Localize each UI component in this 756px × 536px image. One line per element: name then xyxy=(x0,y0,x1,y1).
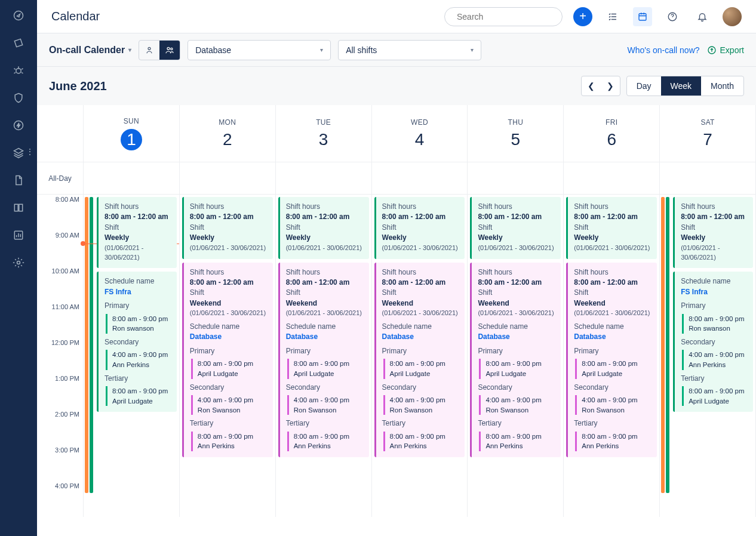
schedule-link[interactable]: Database xyxy=(286,332,364,342)
nav-book-icon[interactable] xyxy=(11,201,26,215)
nav-shield-icon[interactable] xyxy=(11,91,26,105)
event-sliver[interactable] xyxy=(661,197,665,493)
value-shift-name: Weekly xyxy=(286,233,364,243)
shift-card-infra[interactable]: Schedule name FS Infra Primary 8:00 am -… xyxy=(97,272,177,412)
day-column[interactable]: Shift hours 8:00 am - 12:00 am Shift Wee… xyxy=(564,195,660,517)
nav-bolt-icon[interactable] xyxy=(11,118,26,133)
nav-bug-icon[interactable] xyxy=(11,63,26,78)
nav-layers-icon[interactable] xyxy=(11,146,26,160)
nav-doc-icon[interactable] xyxy=(11,173,26,187)
single-person-toggle[interactable] xyxy=(139,41,159,60)
allday-cell[interactable] xyxy=(564,162,659,195)
label-shift: Shift xyxy=(478,288,556,298)
range-toggle: Day Week Month xyxy=(626,76,744,96)
calendar-scroll[interactable]: SUN 1 MON 2 TUE 3 WED 4 THU 5 FRI 6 SAT … xyxy=(37,105,756,536)
time-tick: 9:00 AM xyxy=(37,230,83,266)
shift-card-weekly[interactable]: Shift hours 8:00 am - 12:00 am Shift Wee… xyxy=(278,197,369,259)
person-time: 8:00 am - 9:00 pm xyxy=(689,314,748,324)
svg-point-1 xyxy=(16,69,21,73)
person-time: 8:00 am - 9:00 pm xyxy=(582,432,652,442)
day-header[interactable]: TUE 3 xyxy=(276,105,372,162)
shift-card-infra[interactable]: Schedule name FS Infra Primary 8:00 am -… xyxy=(673,272,753,412)
oncall-now-link[interactable]: Who's on-call now? xyxy=(628,45,700,55)
label-secondary: Secondary xyxy=(478,383,556,393)
schedule-link[interactable]: Database xyxy=(574,332,652,342)
range-month[interactable]: Month xyxy=(701,76,743,96)
nav-settings-icon[interactable] xyxy=(11,255,26,270)
day-column[interactable]: Shift hours 8:00 am - 12:00 am Shift Wee… xyxy=(660,195,756,517)
allday-cell[interactable] xyxy=(468,162,563,195)
day-header[interactable]: MON 2 xyxy=(180,105,276,162)
bell-icon[interactable] xyxy=(693,7,712,26)
shift-card-database[interactable]: Shift hours 8:00 am - 12:00 am Shift Wee… xyxy=(470,263,561,457)
topbar: Calendar + xyxy=(37,0,756,33)
team-select[interactable]: Database ▾ xyxy=(188,40,331,60)
day-header[interactable]: FRI 6 xyxy=(564,105,660,162)
shift-card-weekly[interactable]: Shift hours 8:00 am - 12:00 am Shift Wee… xyxy=(182,197,273,259)
schedule-link[interactable]: Database xyxy=(190,332,268,342)
day-column[interactable]: Shift hours 8:00 am - 12:00 am Shift Wee… xyxy=(84,195,180,517)
svg-point-2 xyxy=(14,121,23,130)
day-column[interactable]: Shift hours 8:00 am - 12:00 am Shift Wee… xyxy=(180,195,276,517)
shift-card-database[interactable]: Shift hours 8:00 am - 12:00 am Shift Wee… xyxy=(566,263,657,457)
calendar-icon[interactable] xyxy=(633,7,652,26)
svg-rect-6 xyxy=(639,13,646,20)
allday-cell[interactable] xyxy=(276,162,371,195)
label-primary: Primary xyxy=(574,346,652,356)
shift-card-database[interactable]: Shift hours 8:00 am - 12:00 am Shift Wee… xyxy=(182,263,273,457)
next-week-button[interactable]: ❯ xyxy=(601,76,620,96)
person-name: Ann Perkins xyxy=(689,360,748,370)
schedule-link[interactable]: FS Infra xyxy=(681,287,748,297)
schedule-link[interactable]: Database xyxy=(382,332,460,342)
day-header[interactable]: SUN 1 xyxy=(84,105,180,162)
help-icon[interactable] xyxy=(663,7,682,26)
day-column[interactable]: Shift hours 8:00 am - 12:00 am Shift Wee… xyxy=(372,195,468,517)
nav-ticket-icon[interactable] xyxy=(11,36,26,50)
shift-card-weekly[interactable]: Shift hours 8:00 am - 12:00 am Shift Wee… xyxy=(470,197,561,259)
shift-card-weekly[interactable]: Shift hours 8:00 am - 12:00 am Shift Wee… xyxy=(97,197,177,268)
search-input[interactable] xyxy=(444,7,563,26)
avatar[interactable] xyxy=(723,7,742,26)
value-shift-name: Weekly xyxy=(190,233,268,243)
person-name: Ann Perkins xyxy=(390,441,460,451)
event-sliver[interactable] xyxy=(90,197,93,493)
nav-reports-icon[interactable] xyxy=(11,228,26,242)
shift-select[interactable]: All shifts ▾ xyxy=(338,40,481,60)
allday-cell[interactable] xyxy=(180,162,275,195)
allday-cell[interactable] xyxy=(84,162,179,195)
schedule-link[interactable]: FS Infra xyxy=(105,287,172,297)
schedule-link[interactable]: Database xyxy=(478,332,556,342)
range-day[interactable]: Day xyxy=(627,76,661,96)
person-block: 8:00 am - 9:00 pm Ron swanson xyxy=(106,314,172,334)
calendar-picker[interactable]: On-call Calender ▾ xyxy=(49,45,131,56)
day-header[interactable]: SAT 7 xyxy=(660,105,756,162)
new-button[interactable]: + xyxy=(573,7,592,26)
day-header[interactable]: WED 4 xyxy=(372,105,468,162)
day-header[interactable]: THU 5 xyxy=(468,105,564,162)
value-shift-hours: 8:00 am - 12:00 am xyxy=(382,212,460,222)
event-sliver[interactable] xyxy=(666,197,669,493)
shift-card-weekly[interactable]: Shift hours 8:00 am - 12:00 am Shift Wee… xyxy=(374,197,465,259)
tasks-icon[interactable] xyxy=(603,7,622,26)
grid-corner xyxy=(37,105,84,162)
shift-card-database[interactable]: Shift hours 8:00 am - 12:00 am Shift Wee… xyxy=(374,263,465,457)
export-button[interactable]: Export xyxy=(707,45,744,55)
allday-cell[interactable] xyxy=(372,162,468,195)
search-field[interactable] xyxy=(457,12,561,21)
prev-week-button[interactable]: ❮ xyxy=(582,76,601,96)
range-week[interactable]: Week xyxy=(661,76,702,96)
label-shift: Shift xyxy=(382,288,460,298)
person-block: 8:00 am - 9:00 pm April Ludgate xyxy=(191,359,268,378)
multi-person-toggle[interactable] xyxy=(159,41,180,60)
day-column[interactable]: Shift hours 8:00 am - 12:00 am Shift Wee… xyxy=(276,195,372,517)
event-sliver[interactable] xyxy=(85,197,88,493)
allday-cell[interactable] xyxy=(660,162,755,195)
label-schedule: Schedule name xyxy=(105,276,172,287)
shift-card-weekly[interactable]: Shift hours 8:00 am - 12:00 am Shift Wee… xyxy=(566,197,657,259)
value-date-range: (01/06/2021 - 30/06/2021) xyxy=(286,309,364,318)
shift-card-weekly[interactable]: Shift hours 8:00 am - 12:00 am Shift Wee… xyxy=(673,197,753,268)
day-column[interactable]: Shift hours 8:00 am - 12:00 am Shift Wee… xyxy=(468,195,564,517)
nav-compass-icon[interactable] xyxy=(11,8,26,23)
shift-card-database[interactable]: Shift hours 8:00 am - 12:00 am Shift Wee… xyxy=(278,263,369,457)
value-shift-hours: 8:00 am - 12:00 am xyxy=(190,212,268,222)
